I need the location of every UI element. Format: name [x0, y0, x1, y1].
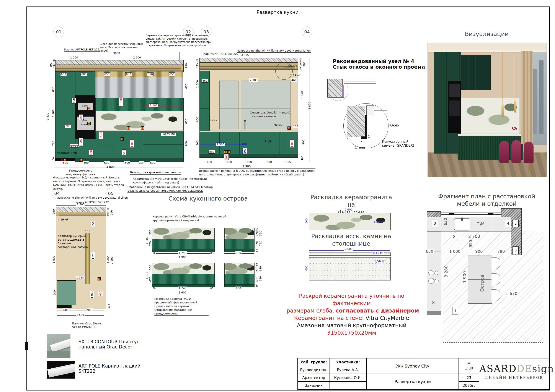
note-part: Vitra CityMarble	[364, 315, 409, 321]
cell-text: Заказчик	[305, 383, 323, 388]
elev1-glass-ribbed	[95, 77, 183, 98]
tb-lead-label: Руководитель	[298, 366, 330, 374]
elev1-dim-450: 450	[185, 84, 188, 89]
plan-marker-3: 3	[432, 220, 438, 227]
elev1-cornice-note: Карниз ARTPOLE SKT 222	[64, 48, 99, 51]
socket-icon	[227, 150, 230, 154]
plan-bar-chair	[491, 257, 500, 269]
note-line: Вальмасино св.серый, 3050х600х38 мм, ELE…	[127, 189, 203, 192]
island-dim: 350	[259, 266, 262, 271]
island-dim: 80	[256, 228, 258, 231]
photo-bar-chair	[499, 141, 509, 163]
island-dim: 270	[256, 267, 259, 272]
elev1-dim-2800: 2 800	[46, 113, 49, 121]
elev1-oven-label2: шкаф	[77, 123, 94, 126]
elev23-area-small: 0,26 м²	[210, 119, 218, 121]
island-side2-ribs	[224, 274, 255, 285]
red-note-line5: Амазония матовый крупноформатный	[287, 322, 417, 328]
cell-text: Рулева А.А.	[337, 368, 359, 372]
plan-window-sash	[488, 213, 493, 215]
cabinet-divider	[239, 132, 240, 154]
note-line: (через тройник и гибкий шланг)	[256, 173, 304, 176]
note-line: радиатор Сунержа	[58, 234, 86, 238]
bottom-dim: 600	[83, 161, 89, 164]
red-dim: 1 000	[130, 139, 134, 148]
elev1-backsplash-marble	[95, 111, 184, 130]
dim-line	[55, 163, 183, 163]
elev45-dim-139: 139	[108, 304, 110, 308]
elev45-dim: 290	[110, 210, 113, 215]
elev1-ceiling-hatch	[55, 60, 184, 65]
note-line: Подключение П\М в шкафу с раковиной	[256, 169, 315, 172]
tb-client-name	[329, 382, 367, 389]
note-line: Плинтус Orac Decor	[72, 322, 101, 325]
node4-stone-vertical	[365, 115, 367, 136]
red-dim: 1 300	[119, 98, 123, 106]
skirting-floor	[47, 351, 70, 358]
bottom-dim: 600	[206, 160, 212, 164]
note-line: крупноформатный ( под заказ)	[153, 219, 199, 222]
photo-ceiling	[428, 43, 547, 50]
island-dim: 670	[256, 241, 259, 246]
elev23-dim: 800	[302, 139, 305, 145]
photo-upper-glass-cabinets	[461, 55, 491, 90]
note-line: SX118 COMTOUR	[72, 326, 96, 329]
product1-image	[47, 334, 70, 358]
island-back-top	[152, 263, 215, 274]
photo-pendant	[515, 52, 515, 102]
red-dim: 1 000	[290, 139, 294, 148]
heading-line: Раскладка исск. камня на	[311, 233, 391, 240]
photo-curtain	[521, 51, 533, 144]
note-line: Смеситель Omoikiri Kanto C	[250, 111, 291, 114]
red-dim: 1500	[99, 132, 103, 139]
elev23-dim: 100	[299, 58, 302, 62]
marker-label: 1	[454, 309, 456, 313]
brand-part: DE	[517, 363, 532, 374]
elev1-countertop-note: Столешница искуссвтенный камень R3 F074 …	[127, 185, 213, 193]
cell-dim: 600	[81, 72, 87, 76]
window-layer	[344, 81, 376, 81]
bottom-dim: 600	[62, 161, 68, 164]
photo-bar-chair	[511, 140, 521, 163]
socket-icon	[121, 137, 124, 141]
bottom-dim-total: 1 500	[76, 313, 85, 316]
elev23-sink-note: Встраиваемая раковина h 900, смесительна…	[199, 169, 264, 177]
node4-wall-label: Стена	[355, 146, 365, 150]
photo-pendant-glow	[501, 105, 504, 117]
cell-text: Развертка кухни	[394, 379, 431, 384]
view-marker-04: 04	[302, 26, 312, 37]
island-dim: 350	[149, 229, 152, 235]
elev23-window-pane	[241, 81, 291, 129]
plan-cab-divider	[452, 217, 452, 231]
elev1-dim-2600: 2 600	[133, 56, 141, 59]
elev1-facades-note: Фасады-материал- МДФ крашенный. Цоколь м…	[53, 176, 126, 191]
bottom-dim: 900	[87, 308, 93, 312]
island-side2-top	[224, 263, 255, 274]
cell-dim: 650	[169, 72, 175, 76]
island-dim: 80	[256, 249, 258, 252]
node4-title: Рекомендованный узел № 4Стык откоса и ок…	[333, 58, 425, 70]
window-layer	[374, 108, 387, 108]
visualization-heading: Визуализации	[434, 30, 540, 38]
heading-line: Раскладка керамогранита на	[310, 194, 392, 208]
island-dim: 1 100	[145, 272, 148, 280]
brand-part: ASARD	[479, 363, 517, 374]
note-line: Искусственный	[382, 140, 409, 144]
cell-text: 23	[467, 376, 471, 380]
bottom-dim-total: 3 305	[242, 164, 251, 168]
island-dim: 1 900	[178, 256, 187, 259]
tb-project: ЖК Sydney City	[367, 358, 459, 374]
faucet	[245, 121, 245, 129]
plan-cab-divider	[474, 217, 474, 231]
elev23-mixer-note: Смеситель Omoikiri Kanto Cс гибким излив…	[250, 111, 291, 118]
plan-wall-stub	[427, 311, 441, 315]
plan-marker-4: 4	[505, 220, 511, 227]
red-note-line6: 3150х1750х20мм	[287, 330, 417, 336]
elev45-dim: 290	[52, 209, 55, 214]
elev23-node-label: Узел 4	[287, 64, 297, 68]
plan-bar-chair	[491, 273, 500, 285]
photo-pendant-glow	[514, 100, 516, 113]
window-layer	[374, 110, 387, 111]
visualization-photo	[428, 43, 547, 177]
title-line: Стык откоса и оконного проема	[333, 64, 425, 70]
